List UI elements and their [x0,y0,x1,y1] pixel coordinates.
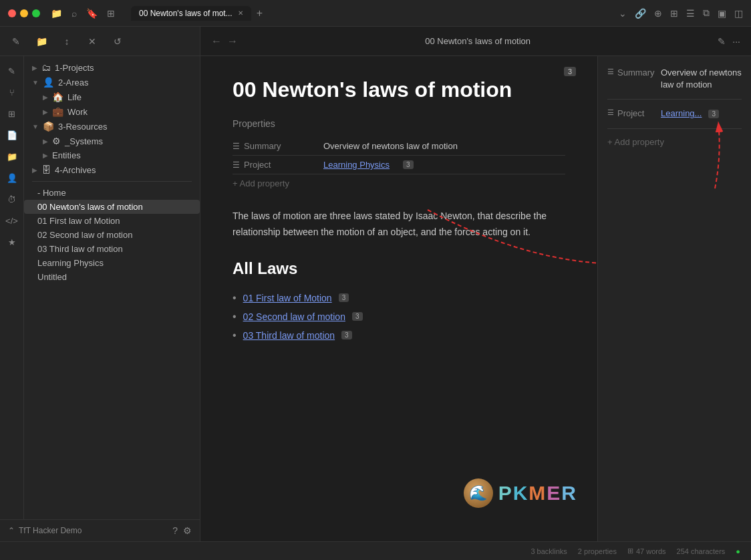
tab-close-button[interactable]: ✕ [238,9,243,17]
chevron-down-icon[interactable]: ⌄ [619,8,627,19]
sidebar-nav-icon[interactable]: ✎ [3,61,21,80]
sidebar-item-entities[interactable]: ▶ Entities [24,148,200,162]
search-icon[interactable]: ⌕ [71,8,77,19]
refresh-icon[interactable]: ↺ [108,32,127,51]
chevron-right-icon: ▶ [32,64,37,72]
archives-emoji: 🗄 [41,164,51,175]
properties-status[interactable]: 2 properties [578,547,617,555]
sidebar-item-newtons-laws[interactable]: 00 Newton's laws of motion [24,200,200,214]
help-icon[interactable]: ? [172,525,178,536]
window-icon[interactable]: ⧉ [703,7,710,19]
sort-icon[interactable]: ↕ [57,32,76,51]
sidebar-item-third-law[interactable]: 03 Third law of motion [24,242,200,256]
new-folder-icon[interactable]: 📁 [32,32,51,51]
sidebar-content: ✎ ⑂ ⊞ 📄 📁 👤 ⏱ </> ★ ▶ 🗂 1-Projects [0,56,200,519]
edit-pencil-icon[interactable]: ✎ [718,36,726,47]
sidebar-person-icon[interactable]: 👤 [3,168,21,187]
panel-icon[interactable]: ▣ [718,8,726,19]
life-label: Life [67,92,82,102]
sidebar-code-icon[interactable]: </> [3,211,21,230]
chevron-right-icon: ▶ [43,94,48,101]
bullet-dot-3: • [233,329,237,341]
user-label: TfT Hacker Demo [19,526,82,535]
law-badge-2: 3 [352,312,363,321]
page-title: 00 Newton's laws of motion [233,78,565,102]
panel-summary-value: Overview of newtons law of motion [661,67,742,91]
active-tab[interactable]: 00 Newton's laws of mot... ✕ [131,6,251,21]
sidebar-folder2-icon[interactable]: 📁 [3,147,21,166]
bookmark-icon[interactable]: 🔖 [86,8,98,19]
body-text: The laws of motion are three laws stated… [233,208,565,241]
fullscreen-button[interactable] [32,9,40,17]
sidebar-item-areas[interactable]: ▼ 👤 2-Areas [24,75,200,90]
traffic-lights [8,9,40,17]
settings-icon[interactable]: ⚙ [183,525,192,536]
panel-project-value[interactable]: Learning... [661,108,702,120]
dashed-arrow-svg [307,190,597,297]
close-icon[interactable]: ✕ [83,32,102,51]
sidebar-item-home[interactable]: - Home [24,186,200,200]
summary-key: ☰ Summary [233,141,313,151]
titlebar-left-icons: 📁 ⌕ 🔖 ⊞ [51,8,115,19]
law-link-1[interactable]: 01 First law of Motion [243,293,332,303]
sidebar-file-icon[interactable]: 📄 [3,126,21,144]
minimize-button[interactable] [20,9,28,17]
sidebar-item-work[interactable]: ▶ 💼 Work [24,104,200,119]
forward-arrow-icon[interactable]: → [227,35,238,47]
status-green-dot: ● [736,547,740,555]
sidebar-item-learning-physics[interactable]: Learning Physics [24,256,200,270]
sidebar-item-untitled[interactable]: Untitled [24,270,200,284]
panel-add-property-button[interactable]: + Add property [607,137,742,147]
sidebar-item-life[interactable]: ▶ 🏠 Life [24,90,200,104]
folder-icon[interactable]: 📁 [51,8,62,19]
sidebar-icon[interactable]: ◫ [734,8,743,19]
sidebar-item-second-law[interactable]: 02 Second law of motion [24,228,200,242]
new-tab-button[interactable]: + [257,7,263,19]
sidebar-item-systems[interactable]: ▶ ⚙ _Systems [24,134,200,148]
sidebar-item-first-law[interactable]: 01 First law of Motion [24,214,200,228]
user-profile[interactable]: ⌃ TfT Hacker Demo [8,526,82,535]
main-layout: ✎ 📁 ↕ ✕ ↺ ✎ ⑂ ⊞ 📄 📁 👤 ⏱ </> ★ [0,27,751,541]
words-status: ⊞ 47 words [627,547,666,555]
law-link-3[interactable]: 03 Third law of motion [243,330,335,341]
content-title: 00 Newton's laws of motion [246,36,710,46]
more-options-icon[interactable]: ··· [732,36,740,47]
sidebar-item-resources[interactable]: ▼ 📦 3-Resources [24,119,200,134]
sidebar-item-projects[interactable]: ▶ 🗂 1-Projects [24,60,200,75]
chevron-down-icon: ▼ [32,79,39,86]
list-icon[interactable]: ☰ [686,8,695,19]
panel-divider-2 [607,128,742,129]
sidebar-blocks-icon[interactable]: ⊞ [3,104,21,123]
sidebar-clock-icon[interactable]: ⏱ [3,190,21,208]
untitled-label: Untitled [37,272,67,282]
law-link-2[interactable]: 02 Second law of motion [243,311,345,322]
content-area: ← → 00 Newton's laws of motion ✎ ··· 3 0… [200,27,751,541]
tag-icon[interactable]: ⊞ [670,8,678,19]
sidebar-git-icon[interactable]: ⑂ [3,83,21,102]
archives-label: 4-Archives [55,165,96,175]
panel-summary-icon: ☰ [607,67,614,76]
sidebar-item-archives[interactable]: ▶ 🗄 4-Archives [24,162,200,177]
navigation-arrows: ← → [211,35,238,47]
project-value[interactable]: Learning Physics [323,160,390,170]
back-arrow-icon[interactable]: ← [211,35,222,47]
graph-icon[interactable]: ⊕ [654,8,662,19]
sidebar-bottom-icons: ? ⚙ [172,525,192,536]
add-property-button[interactable]: + Add property [233,174,565,192]
backlinks-status[interactable]: 3 backlinks [531,547,567,555]
link2-icon[interactable]: 🔗 [635,8,646,19]
sidebar-star-icon[interactable]: ★ [3,233,21,251]
resources-emoji: 📦 [43,121,54,132]
projects-label: 1-Projects [55,63,94,73]
panel-project-icon: ☰ [607,108,614,117]
all-laws-heading: All Laws [233,259,565,278]
work-label: Work [67,107,88,117]
close-button[interactable] [8,9,16,17]
panel-project-label: ☰ Project [607,108,654,120]
user-chevron-icon: ⌃ [8,526,15,535]
panel-arrow-svg [682,115,735,195]
panel-project-text: Project [617,108,644,118]
sidebar-bottom: ⌃ TfT Hacker Demo ? ⚙ [0,519,200,541]
layout-icon[interactable]: ⊞ [107,8,115,19]
edit-icon[interactable]: ✎ [7,32,25,51]
